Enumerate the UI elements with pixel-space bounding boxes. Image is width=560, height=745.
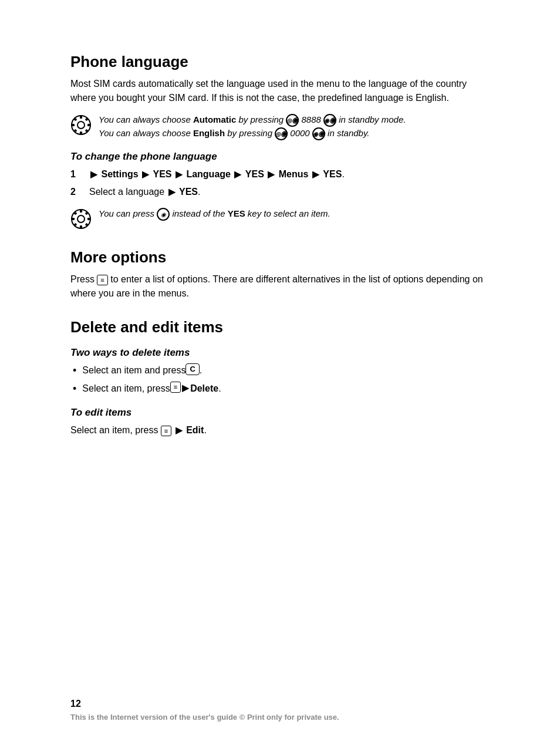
yes-label-4: YES	[179, 187, 198, 197]
svg-rect-12	[80, 210, 82, 213]
arrow-icon-6: ▶	[312, 169, 319, 179]
menus-label: Menus	[279, 169, 311, 179]
step-2: 2 Select a language ▶ YES.	[70, 185, 490, 199]
page-footer: 12 This is the Internet version of the u…	[70, 699, 490, 722]
two-ways-subtitle: Two ways to delete items	[70, 347, 490, 359]
delete-edit-section: Delete and edit items Two ways to delete…	[70, 318, 490, 437]
step-2-content: Select a language ▶ YES.	[89, 185, 200, 199]
svg-point-11	[77, 215, 85, 223]
more-options-body: Press ≡ to enter a list of options. Ther…	[70, 272, 490, 301]
yes-label-1: YES	[153, 169, 174, 179]
svg-rect-2	[80, 116, 82, 119]
arrow-edit: ▶	[176, 425, 183, 435]
edit-label: Edit	[186, 425, 204, 435]
svg-rect-3	[80, 132, 82, 134]
tip-icon-gear-2	[70, 208, 93, 231]
center-button-icon-1: ◉	[323, 114, 336, 127]
center-button-icon-3: ◉	[157, 208, 170, 221]
settings-label: Settings	[101, 169, 141, 179]
svg-rect-13	[80, 225, 82, 228]
delete-bullet-2: Select an item, press ≡ ▶ Delete.	[70, 382, 490, 396]
step-1: 1 ▶ Settings ▶ YES ▶ Language ▶ YES ▶ Me…	[70, 167, 490, 181]
svg-rect-15	[87, 218, 90, 220]
delete-bullet-1: Select an item and press C.	[70, 363, 490, 378]
arrow-icon-5: ▶	[268, 169, 275, 179]
change-language-subtitle: To change the phone language	[70, 151, 490, 163]
delete-edit-title: Delete and edit items	[70, 318, 490, 336]
language-label: Language	[186, 169, 233, 179]
delete-bullets: Select an item and press C. Select an it…	[70, 363, 490, 396]
center-button-icon-2: ◉	[312, 127, 325, 140]
step-2-number: 2	[70, 185, 87, 199]
svg-rect-5	[87, 124, 90, 126]
tip-box-automatic: You can always choose Automatic by press…	[70, 113, 490, 140]
more-options-section: More options Press ≡ to enter a list of …	[70, 248, 490, 301]
step-1-content: ▶ Settings ▶ YES ▶ Language ▶ YES ▶ Menu…	[89, 167, 345, 181]
yes-label-3: YES	[323, 169, 342, 179]
step-1-number: 1	[70, 167, 87, 181]
arrow-icon-2: ▶	[142, 169, 149, 179]
jog-dial-icon: ◎	[286, 114, 299, 127]
menu-key-icon: ≡	[97, 275, 107, 285]
edit-items-subtitle: To edit items	[70, 407, 490, 419]
arrow-icon-3: ▶	[176, 169, 183, 179]
delete-label: Delete	[190, 382, 218, 396]
c-key-badge: C	[185, 363, 199, 375]
footer-note: This is the Internet version of the user…	[70, 713, 490, 722]
page-number: 12	[70, 699, 490, 709]
edit-items-body: Select an item, press ≡ ▶ Edit.	[70, 423, 490, 437]
arrow-delete: ▶	[182, 382, 189, 395]
phone-language-body: Most SIM cards automatically set the lan…	[70, 77, 490, 105]
yes-label-2: YES	[245, 169, 266, 179]
menu-key-icon-3: ≡	[161, 426, 171, 436]
tip-automatic-text: You can always choose Automatic by press…	[99, 113, 490, 140]
svg-rect-14	[72, 218, 75, 220]
arrow-icon-4: ▶	[234, 169, 241, 179]
more-options-title: More options	[70, 248, 490, 267]
tip-icon-gear	[70, 114, 93, 137]
svg-rect-4	[72, 124, 75, 126]
svg-point-1	[77, 122, 85, 129]
change-language-steps: 1 ▶ Settings ▶ YES ▶ Language ▶ YES ▶ Me…	[70, 167, 490, 199]
jog-dial-icon-2: ◎	[275, 127, 288, 140]
phone-language-title: Phone language	[70, 53, 490, 71]
tip-yes-key-text: You can press ◉ instead of the YES key t…	[99, 207, 490, 221]
arrow-icon-7: ▶	[168, 187, 176, 197]
tip-box-yes-key: You can press ◉ instead of the YES key t…	[70, 207, 490, 231]
page-content: Phone language Most SIM cards automatica…	[0, 0, 560, 493]
arrow-icon-1: ▶	[90, 169, 97, 179]
menu-key-icon-2: ≡	[170, 382, 181, 392]
